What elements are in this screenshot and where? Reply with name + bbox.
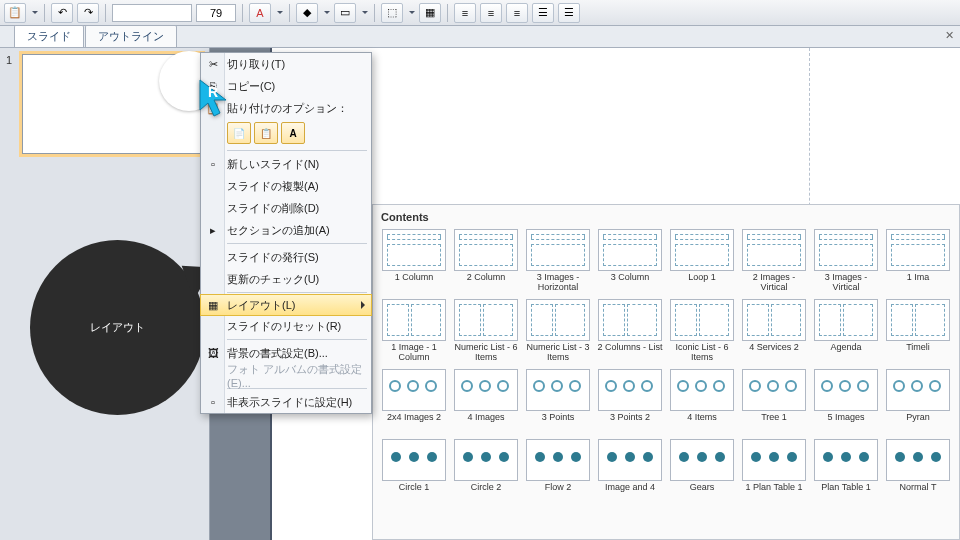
layout-option[interactable]: 4 Images: [453, 369, 519, 435]
layout-option[interactable]: Circle 2: [453, 439, 519, 505]
layout-label: 4 Services 2: [749, 343, 799, 365]
font-family-select[interactable]: [112, 4, 192, 22]
toolbar: 📋 ↶ ↷ 79 A ◆ ▭ ⬚ ▦ ≡ ≡ ≡ ☰ ☰: [0, 0, 960, 26]
align-center-button[interactable]: ≡: [480, 3, 502, 23]
ctx-check-update[interactable]: 更新のチェック(U): [201, 268, 371, 290]
layout-option[interactable]: 1 Ima: [885, 229, 951, 295]
layout-label: 3 Column: [611, 273, 650, 295]
ctx-layout[interactable]: ▦レイアウト(L): [200, 294, 372, 316]
layout-option[interactable]: 2 Column: [453, 229, 519, 295]
panel-tabs: スライド アウトライン ✕: [0, 26, 960, 48]
layout-label: Circle 1: [399, 483, 430, 505]
layout-label: Plan Table 1: [821, 483, 870, 505]
submenu-arrow-icon: [361, 301, 365, 309]
ctx-photo-album: フォト アルバムの書式設定(E)...: [201, 364, 371, 386]
layout-option[interactable]: 3 Column: [597, 229, 663, 295]
layout-label: 3 Images - Virtical: [813, 273, 879, 295]
tab-slides[interactable]: スライド: [14, 25, 84, 47]
layout-label: Pyran: [906, 413, 930, 435]
layout-option[interactable]: Image and 4: [597, 439, 663, 505]
layout-option[interactable]: Numeric List - 6 Items: [453, 299, 519, 365]
hide-icon: ▫: [205, 394, 221, 410]
ctx-duplicate[interactable]: スライドの複製(A): [201, 175, 371, 197]
layout-label: 1 Plan Table 1: [746, 483, 803, 505]
layout-label: 2 Images - Virtical: [741, 273, 807, 295]
layout-label: Iconic List - 6 Items: [669, 343, 735, 365]
layout-option[interactable]: 3 Images - Virtical: [813, 229, 879, 295]
layout-option[interactable]: Numeric List - 3 Items: [525, 299, 591, 365]
layout-label: 1 Ima: [907, 273, 930, 295]
layout-label: 3 Points: [542, 413, 575, 435]
ctx-cut[interactable]: ✂切り取り(T): [201, 53, 371, 75]
layout-option[interactable]: Pyran: [885, 369, 951, 435]
align-left-button[interactable]: ≡: [454, 3, 476, 23]
layout-option[interactable]: 4 Services 2: [741, 299, 807, 365]
layout-label: Loop 1: [688, 273, 716, 295]
ctx-new-slide[interactable]: ▫新しいスライド(N): [201, 153, 371, 175]
layout-label: 1 Image - 1 Column: [381, 343, 447, 365]
layout-option[interactable]: 1 Image - 1 Column: [381, 299, 447, 365]
layout-option[interactable]: Timeli: [885, 299, 951, 365]
align-right-button[interactable]: ≡: [506, 3, 528, 23]
layout-option[interactable]: Iconic List - 6 Items: [669, 299, 735, 365]
background-icon: 🖼: [205, 345, 221, 361]
layout-option[interactable]: Gears: [669, 439, 735, 505]
layout-option[interactable]: 5 Images: [813, 369, 879, 435]
layout-option[interactable]: 2 Images - Virtical: [741, 229, 807, 295]
slide-thumbnail[interactable]: 1: [6, 54, 203, 154]
layout-label: Flow 2: [545, 483, 572, 505]
cursor-label: R: [208, 84, 218, 100]
new-slide-icon: ▫: [205, 156, 221, 172]
layout-option[interactable]: Plan Table 1: [813, 439, 879, 505]
layout-option[interactable]: Flow 2: [525, 439, 591, 505]
layout-label: 3 Images - Horizontal: [525, 273, 591, 295]
numbering-button[interactable]: ☰: [558, 3, 580, 23]
layout-option[interactable]: 2 Columns - List: [597, 299, 663, 365]
paste-text-only[interactable]: A: [281, 122, 305, 144]
font-size-select[interactable]: 79: [196, 4, 236, 22]
layout-option[interactable]: 3 Images - Horizontal: [525, 229, 591, 295]
layout-label: Gears: [690, 483, 715, 505]
paste-button[interactable]: 📋: [4, 3, 26, 23]
section-icon: ▸: [205, 222, 221, 238]
ctx-delete[interactable]: スライドの削除(D): [201, 197, 371, 219]
layout-option[interactable]: Agenda: [813, 299, 879, 365]
arrange-button[interactable]: ⬚: [381, 3, 403, 23]
ctx-reset[interactable]: スライドのリセット(R): [201, 315, 371, 337]
layout-label: Circle 2: [471, 483, 502, 505]
cut-icon: ✂: [205, 56, 221, 72]
layout-option[interactable]: 1 Plan Table 1: [741, 439, 807, 505]
layout-label: 2x4 Images 2: [387, 413, 441, 435]
shape-fill-button[interactable]: ◆: [296, 3, 318, 23]
ctx-hide-slide[interactable]: ▫非表示スライドに設定(H): [201, 391, 371, 413]
layout-option[interactable]: Circle 1: [381, 439, 447, 505]
layout-option[interactable]: 1 Column: [381, 229, 447, 295]
layout-option[interactable]: Tree 1: [741, 369, 807, 435]
redo-button[interactable]: ↷: [77, 3, 99, 23]
mouse-cursor: R: [198, 78, 234, 124]
layout-option[interactable]: Normal T: [885, 439, 951, 505]
paste-use-dest[interactable]: 📋: [254, 122, 278, 144]
layout-label: Timeli: [906, 343, 930, 365]
callout-text: レイアウト: [90, 320, 145, 335]
bullets-button[interactable]: ☰: [532, 3, 554, 23]
layout-option[interactable]: 3 Points 2: [597, 369, 663, 435]
font-color-button[interactable]: A: [249, 3, 271, 23]
layout-label: Numeric List - 6 Items: [453, 343, 519, 365]
layout-gallery: Contents 1 Column2 Column3 Images - Hori…: [372, 204, 960, 540]
layout-option[interactable]: Loop 1: [669, 229, 735, 295]
layout-label: 2 Columns - List: [597, 343, 662, 365]
quick-styles-button[interactable]: ▦: [419, 3, 441, 23]
undo-button[interactable]: ↶: [51, 3, 73, 23]
paste-keep-source[interactable]: 📄: [227, 122, 251, 144]
tab-outline[interactable]: アウトライン: [85, 25, 177, 47]
ctx-publish[interactable]: スライドの発行(S): [201, 246, 371, 268]
shape-outline-button[interactable]: ▭: [334, 3, 356, 23]
ctx-add-section[interactable]: ▸セクションの追加(A): [201, 219, 371, 241]
layout-option[interactable]: 2x4 Images 2: [381, 369, 447, 435]
layout-label: Image and 4: [605, 483, 655, 505]
layout-label: Normal T: [900, 483, 937, 505]
close-panel-icon[interactable]: ✕: [945, 29, 954, 42]
layout-option[interactable]: 3 Points: [525, 369, 591, 435]
layout-option[interactable]: 4 Items: [669, 369, 735, 435]
